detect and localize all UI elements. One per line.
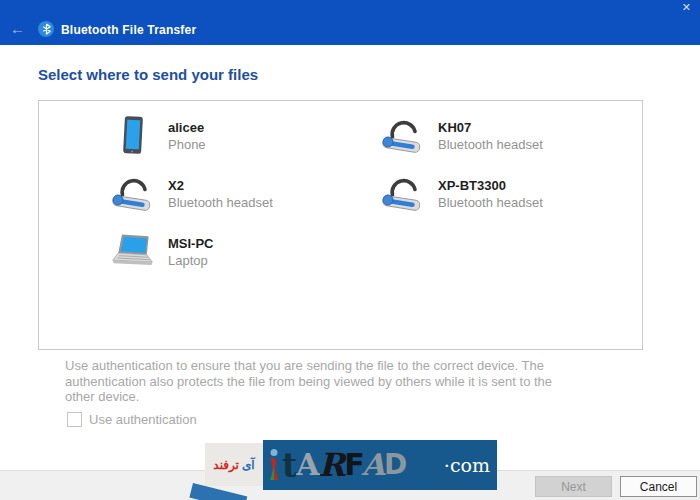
device-item[interactable]: XP-BT3300 Bluetooth headset xyxy=(380,170,642,218)
window-title: Bluetooth File Transfer xyxy=(61,23,196,37)
next-button[interactable]: Next xyxy=(535,476,612,497)
device-item[interactable]: X2 Bluetooth headset xyxy=(110,170,380,218)
back-icon[interactable]: ← xyxy=(10,21,25,36)
close-icon[interactable]: ✕ xyxy=(682,1,691,14)
use-authentication-checkbox[interactable] xyxy=(67,412,82,427)
device-name: KH07 xyxy=(438,120,543,135)
watermark-side-text: آی ترفند xyxy=(205,443,263,486)
laptop-icon xyxy=(110,232,156,272)
page-title: Select where to send your files xyxy=(38,66,258,83)
device-type: Laptop xyxy=(168,253,214,268)
device-type: Bluetooth headset xyxy=(438,137,543,152)
device-item[interactable]: alicee Phone xyxy=(110,112,380,160)
watermark-person-icon xyxy=(267,448,281,482)
device-item[interactable]: KH07 Bluetooth headset xyxy=(380,112,642,160)
device-name: alicee xyxy=(168,120,206,135)
device-item[interactable]: MSI-PC Laptop xyxy=(110,228,380,276)
watermark-banner: آی ترفند tARFAD ·com xyxy=(205,440,497,498)
device-type: Bluetooth headset xyxy=(438,195,543,210)
device-name: X2 xyxy=(168,178,273,193)
headset-icon xyxy=(110,174,156,214)
phone-icon xyxy=(120,115,146,157)
headset-icon xyxy=(380,116,426,156)
device-list-box: alicee Phone xyxy=(38,100,643,350)
device-type: Phone xyxy=(168,137,206,152)
device-name: XP-BT3300 xyxy=(438,178,543,193)
cancel-button[interactable]: Cancel xyxy=(620,476,697,497)
device-grid: alicee Phone xyxy=(39,101,642,276)
watermark-word-blue: آی xyxy=(242,458,255,472)
auth-description: Use authentication to ensure that you ar… xyxy=(65,358,582,405)
watermark-logo: tARFAD ·com xyxy=(263,440,497,490)
watermark-domain-suffix: ·com xyxy=(444,454,490,476)
use-authentication-row: Use authentication xyxy=(67,412,197,427)
device-type: Bluetooth headset xyxy=(168,195,273,210)
bluetooth-file-transfer-window: ← Bluetooth File Transfer ✕ Select where… xyxy=(0,0,700,500)
watermark-logo-letters: tARFAD xyxy=(282,449,406,482)
use-authentication-label: Use authentication xyxy=(89,412,197,427)
device-name: MSI-PC xyxy=(168,236,214,251)
bluetooth-icon xyxy=(38,21,54,37)
watermark-word-red: ترفند xyxy=(213,458,239,472)
titlebar: ← Bluetooth File Transfer ✕ xyxy=(0,0,700,45)
headset-icon xyxy=(380,174,426,214)
